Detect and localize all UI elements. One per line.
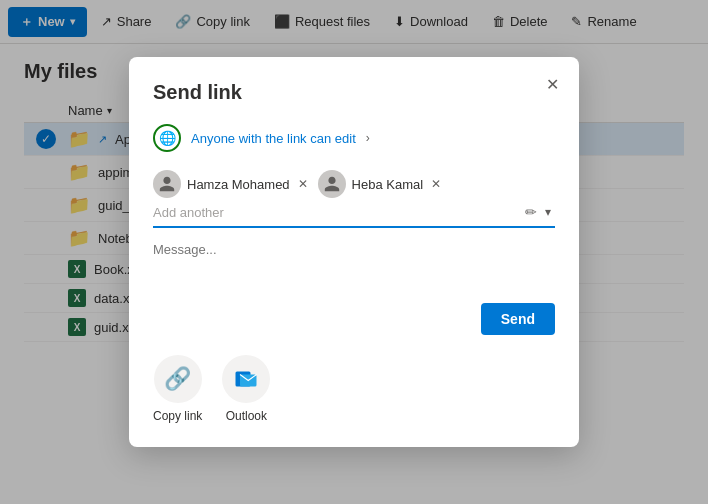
outlook-label: Outlook [226,409,267,423]
permission-row[interactable]: 🌐 Anyone with the link can edit › [153,124,555,152]
dialog-footer: Send [153,303,555,335]
recipient-name: Hamza Mohamed [187,177,290,192]
edit-icon-button[interactable]: ✏ [521,202,541,222]
copy-link-option[interactable]: 🔗 Copy link [153,355,202,423]
avatar [153,170,181,198]
remove-hamza-button[interactable]: ✕ [296,176,310,192]
globe-icon: 🌐 [153,124,181,152]
recipient-chip: Heba Kamal ✕ [318,170,444,198]
share-options: 🔗 Copy link Outlook [153,343,555,423]
send-button[interactable]: Send [481,303,555,335]
send-link-dialog: Send link ✕ 🌐 Anyone with the link can e… [129,57,579,447]
avatar [318,170,346,198]
dialog-title: Send link [153,81,555,104]
recipient-chip: Hamza Mohamed ✕ [153,170,310,198]
copy-link-label: Copy link [153,409,202,423]
chevron-down-button[interactable]: ▾ [541,203,555,221]
permission-text: Anyone with the link can edit [191,131,356,146]
message-textarea[interactable] [153,242,555,282]
recipients-row: Hamza Mohamed ✕ Heba Kamal ✕ [153,170,555,198]
outlook-icon [222,355,270,403]
close-button[interactable]: ✕ [542,73,563,97]
modal-overlay[interactable]: Send link ✕ 🌐 Anyone with the link can e… [0,0,708,504]
chevron-right-icon: › [366,131,370,145]
outlook-option[interactable]: Outlook [222,355,270,423]
remove-heba-button[interactable]: ✕ [429,176,443,192]
copy-link-icon: 🔗 [154,355,202,403]
recipient-name: Heba Kamal [352,177,424,192]
add-another-row: ✏ ▾ [153,202,555,228]
add-another-input[interactable] [153,203,521,222]
